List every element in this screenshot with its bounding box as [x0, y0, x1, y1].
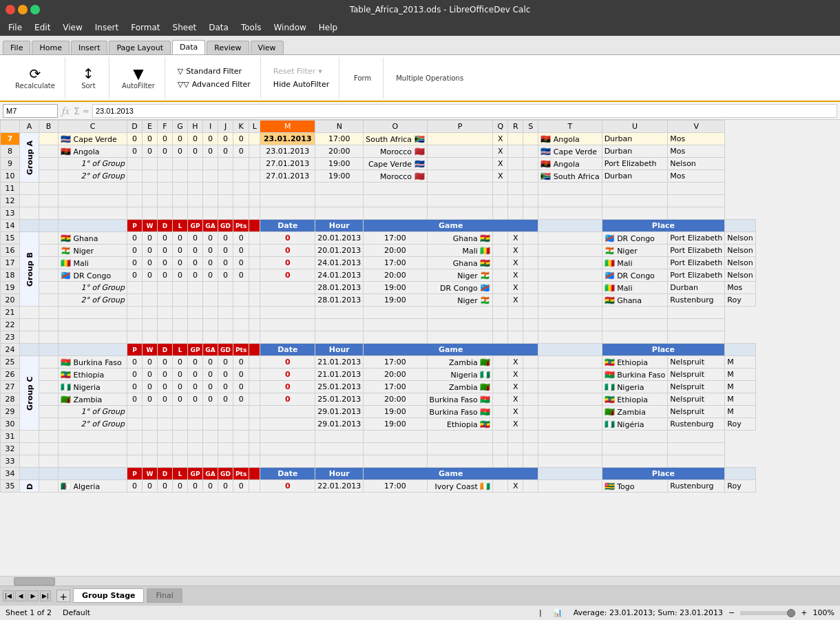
cell-M7[interactable]: 23.01.2013	[260, 133, 315, 145]
col-header-U[interactable]: U	[602, 121, 668, 133]
standard-filter-button[interactable]: ▽ Standard Filter	[174, 65, 246, 77]
cell-U8[interactable]: Durban	[602, 145, 668, 158]
cell-V9[interactable]: Nelson	[668, 158, 725, 170]
cell-K9[interactable]	[233, 158, 249, 170]
col-header-A[interactable]: A	[20, 121, 39, 133]
sheet-tab-group-stage[interactable]: Group Stage	[73, 588, 144, 603]
cell-O9[interactable]: Cape Verde 🇨🇻	[364, 158, 427, 170]
cell-C8[interactable]: 🇦🇴 Angola	[59, 145, 127, 158]
cell-T8[interactable]: 🇨🇻 Cape Verde	[538, 145, 602, 158]
tab-file[interactable]: File	[3, 41, 30, 54]
horizontal-scrollbar[interactable]	[0, 576, 840, 586]
cell-C10[interactable]: 2° of Group	[59, 170, 127, 183]
cell-S10[interactable]	[523, 170, 538, 183]
cell-E8[interactable]: 0	[143, 145, 158, 158]
cell-C9[interactable]: 1° of Group	[59, 158, 127, 170]
cell-P10[interactable]	[427, 170, 493, 183]
maximize-button[interactable]	[30, 5, 40, 14]
cell-H7[interactable]: 0	[188, 133, 203, 145]
cell-C15[interactable]: 🇬🇭 Ghana	[59, 232, 127, 245]
cell-T9[interactable]: 🇦🇴 Angola	[538, 158, 602, 170]
cell-U7[interactable]: Durban	[602, 133, 668, 145]
col-header-Q[interactable]: Q	[493, 121, 508, 133]
col-header-D[interactable]: D	[127, 121, 143, 133]
close-button[interactable]	[6, 5, 15, 14]
cell-L7[interactable]	[249, 133, 260, 145]
cell-I10[interactable]	[203, 170, 218, 183]
cell-C18[interactable]: 🇨🇩 DR Congo	[59, 269, 127, 282]
col-header-S[interactable]: S	[523, 121, 538, 133]
cell-U9[interactable]: Port Elizabeth	[602, 158, 668, 170]
col-header-K[interactable]: K	[233, 121, 249, 133]
tab-review[interactable]: Review	[207, 41, 249, 54]
cell-H9[interactable]	[188, 158, 203, 170]
cell-G7[interactable]: 0	[173, 133, 188, 145]
cell-D8[interactable]: 0	[127, 145, 143, 158]
cell-F9[interactable]	[158, 158, 173, 170]
add-sheet-button[interactable]: +	[56, 590, 70, 602]
autofilter-button[interactable]: ▼ AutoFilter	[118, 65, 159, 91]
cell-B8[interactable]	[39, 145, 59, 158]
menu-window[interactable]: Window	[268, 21, 311, 34]
form-button[interactable]: Form	[350, 73, 375, 83]
tab-insert[interactable]: Insert	[71, 41, 108, 54]
cell-J7[interactable]: 0	[218, 133, 233, 145]
cell-D9[interactable]	[127, 158, 143, 170]
cell-V10[interactable]: Mos	[668, 170, 725, 183]
cell-D10[interactable]	[127, 170, 143, 183]
cell-F8[interactable]: 0	[158, 145, 173, 158]
cell-N9[interactable]: 19:00	[315, 158, 364, 170]
cell-V7[interactable]: Mos	[668, 133, 725, 145]
sort-button[interactable]: ↕ Sort	[77, 65, 100, 91]
cell-M9[interactable]: 27.01.2013	[260, 158, 315, 170]
cell-F7[interactable]: 0	[158, 133, 173, 145]
cell-D7[interactable]: 0	[127, 133, 143, 145]
col-header-C[interactable]: C	[59, 121, 127, 133]
tab-data[interactable]: Data	[172, 40, 205, 54]
menu-tools[interactable]: Tools	[235, 21, 267, 34]
advanced-filter-button[interactable]: ▽▽ Advanced Filter	[174, 79, 255, 90]
cell-L8[interactable]	[249, 145, 260, 158]
zoom-slider-minus[interactable]: −	[728, 608, 735, 617]
grid-wrapper[interactable]: A B C D E F G H I J K L M N O P Q	[0, 120, 840, 576]
cell-I8[interactable]: 0	[203, 145, 218, 158]
col-header-T[interactable]: T	[538, 121, 602, 133]
tab-home[interactable]: Home	[32, 41, 69, 54]
sheet-tab-final[interactable]: Final	[147, 588, 182, 603]
col-header-M[interactable]: M	[260, 121, 315, 133]
cell-V8[interactable]: Mos	[668, 145, 725, 158]
cell-Q9[interactable]: X	[493, 158, 508, 170]
cell-E9[interactable]	[143, 158, 158, 170]
cell-I7[interactable]: 0	[203, 133, 218, 145]
cell-N10[interactable]: 19:00	[315, 170, 364, 183]
cell-U10[interactable]: Durban	[602, 170, 668, 183]
cell-P7[interactable]	[427, 133, 493, 145]
cell-L9[interactable]	[249, 158, 260, 170]
cell-G8[interactable]: 0	[173, 145, 188, 158]
col-header-I[interactable]: I	[203, 121, 218, 133]
reset-filter-button[interactable]: Reset Filter ▾	[269, 65, 326, 77]
cell-Q8[interactable]: X	[493, 145, 508, 158]
cell-Q10[interactable]: X	[493, 170, 508, 183]
cell-O7[interactable]: South Africa 🇿🇦	[364, 133, 427, 145]
cell-C28[interactable]: 🇿🇲 Zambia	[59, 393, 127, 406]
menu-edit[interactable]: Edit	[29, 21, 56, 34]
cell-M8[interactable]: 23.01.2013	[260, 145, 315, 158]
cell-R10[interactable]	[508, 170, 523, 183]
cell-C35[interactable]: 🇩🇿 Algeria	[59, 480, 127, 493]
cell-C17[interactable]: 🇲🇱 Mali	[59, 257, 127, 269]
menu-data[interactable]: Data	[203, 21, 234, 34]
scrollbar-thumb[interactable]	[14, 577, 55, 586]
cell-T10[interactable]: 🇿🇦 South Africa	[538, 170, 602, 183]
cell-reference-input[interactable]	[3, 104, 58, 118]
cell-R9[interactable]	[508, 158, 523, 170]
tab-page-layout[interactable]: Page Layout	[109, 41, 171, 54]
cell-J9[interactable]	[218, 158, 233, 170]
cell-R8[interactable]	[508, 145, 523, 158]
tab-view[interactable]: View	[251, 41, 284, 54]
cell-G10[interactable]	[173, 170, 188, 183]
minimize-button[interactable]	[18, 5, 28, 14]
col-header-G[interactable]: G	[173, 121, 188, 133]
cell-H10[interactable]	[188, 170, 203, 183]
col-header-R[interactable]: R	[508, 121, 523, 133]
